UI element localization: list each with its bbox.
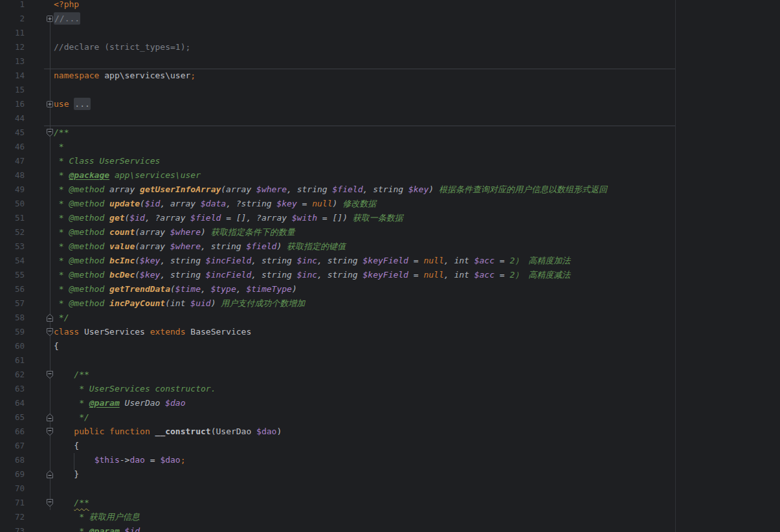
line-number: 56 (0, 282, 25, 296)
code-text: * @method bcDec($key, string $incField, … (54, 268, 570, 282)
code-line[interactable]: 73 * @param $id (0, 524, 780, 532)
fold-collapse-start-icon[interactable] (46, 327, 54, 337)
line-number: 66 (0, 425, 25, 439)
code-line[interactable]: 66 public function __construct(UserDao $… (0, 425, 780, 439)
code-line[interactable]: 12//declare (strict_types=1); (0, 40, 780, 54)
code-text: public function __construct(UserDao $dao… (54, 425, 282, 439)
line-number: 53 (0, 239, 25, 254)
line-number: 69 (0, 467, 25, 482)
code-line[interactable]: 47 * Class UserServices (0, 154, 780, 168)
line-number: 50 (0, 197, 25, 211)
code-line[interactable]: 16use ... (0, 97, 780, 111)
code-line[interactable]: 50 * @method update($id, array $data, ?s… (0, 197, 780, 211)
code-text: * @method count(array $where) 获取指定条件下的数量 (54, 225, 295, 239)
fold-collapse-end-icon[interactable] (46, 470, 54, 479)
code-line[interactable]: 13 (0, 54, 780, 69)
fold-expand-icon[interactable] (46, 14, 54, 23)
code-text: * @param $id (54, 524, 140, 532)
code-line[interactable]: 58 */ (0, 311, 780, 325)
line-number: 62 (0, 368, 25, 382)
code-line[interactable]: 53 * @method value(array $where, string … (0, 239, 780, 254)
code-text: { (54, 439, 79, 453)
code-line[interactable]: 60{ (0, 339, 780, 353)
code-line[interactable]: 52 * @method count(array $where) 获取指定条件下… (0, 225, 780, 239)
fold-collapse-start-icon[interactable] (46, 370, 54, 379)
code-text: namespace app\services\user; (54, 69, 195, 83)
code-text: $this->dao = $dao; (54, 453, 186, 467)
fold-collapse-start-icon[interactable] (46, 427, 54, 436)
line-number: 52 (0, 225, 25, 239)
line-number: 1 (0, 0, 25, 12)
code-text: * @method array getUserInfoArray(array $… (54, 183, 607, 197)
code-text: * @method bcInc($key, string $incField, … (54, 254, 570, 268)
code-line[interactable]: 57 * @method incPayCount(int $uid) 用户支付成… (0, 296, 780, 311)
code-line[interactable]: 61 (0, 353, 780, 368)
code-text: use ... (54, 97, 91, 111)
code-editor: 1<?php2//...1112//declare (strict_types=… (0, 0, 780, 532)
line-number: 71 (0, 496, 25, 510)
code-text: //... (54, 12, 80, 26)
code-line[interactable]: 44 (0, 111, 780, 126)
code-lines-container: 1<?php2//...1112//declare (strict_types=… (0, 0, 780, 532)
code-text: * UserServices constructor. (54, 382, 216, 396)
code-line[interactable]: 64 * @param UserDao $dao (0, 396, 780, 410)
code-text: * @method incPayCount(int $uid) 用户支付成功个数… (54, 296, 305, 311)
code-text: } (54, 467, 79, 482)
fold-collapse-start-icon[interactable] (46, 498, 54, 507)
code-text: * @method value(array $where, string $fi… (54, 239, 346, 254)
code-line[interactable]: 11 (0, 26, 780, 40)
code-line[interactable]: 70 (0, 482, 780, 496)
fold-collapse-end-icon[interactable] (46, 313, 54, 322)
code-line[interactable]: 14namespace app\services\user; (0, 69, 780, 83)
line-number: 14 (0, 69, 25, 83)
line-number: 51 (0, 211, 25, 225)
code-line[interactable]: 71 /** (0, 496, 780, 510)
line-number: 46 (0, 140, 25, 154)
code-line[interactable]: 56 * @method getTrendData($time, $type, … (0, 282, 780, 296)
code-line[interactable]: 46 * (0, 140, 780, 154)
line-number: 63 (0, 382, 25, 396)
code-line[interactable]: 72 * 获取用户信息 (0, 510, 780, 524)
code-line[interactable]: 69 } (0, 467, 780, 482)
line-number: 13 (0, 54, 25, 69)
line-number: 2 (0, 12, 25, 26)
code-line[interactable]: 2//... (0, 12, 780, 26)
code-line[interactable]: 63 * UserServices constructor. (0, 382, 780, 396)
code-line[interactable]: 65 */ (0, 410, 780, 425)
code-line[interactable]: 68 $this->dao = $dao; (0, 453, 780, 467)
code-line[interactable]: 62 /** (0, 368, 780, 382)
code-line[interactable]: 59class UserServices extends BaseService… (0, 325, 780, 339)
fold-expand-icon[interactable] (46, 100, 54, 109)
code-text: { (54, 339, 59, 353)
code-text: //declare (strict_types=1); (54, 40, 190, 54)
code-line[interactable]: 51 * @method get($id, ?array $field = []… (0, 211, 780, 225)
line-number: 11 (0, 26, 25, 40)
line-number: 45 (0, 126, 25, 140)
code-text: * @param UserDao $dao (54, 396, 186, 410)
code-text: * (54, 140, 64, 154)
code-line[interactable]: 49 * @method array getUserInfoArray(arra… (0, 183, 780, 197)
line-number: 12 (0, 40, 25, 54)
code-text: <?php (54, 0, 79, 12)
code-text: * 获取用户信息 (54, 510, 140, 524)
line-number: 60 (0, 339, 25, 353)
code-line[interactable]: 54 * @method bcInc($key, string $incFiel… (0, 254, 780, 268)
code-text: * @method update($id, array $data, ?stri… (54, 197, 376, 211)
line-number: 47 (0, 154, 25, 168)
code-line[interactable]: 55 * @method bcDec($key, string $incFiel… (0, 268, 780, 282)
line-number: 16 (0, 97, 25, 111)
fold-collapse-start-icon[interactable] (46, 128, 54, 137)
code-line[interactable]: 67 { (0, 439, 780, 453)
code-line[interactable]: 15 (0, 83, 780, 97)
code-text: * @method get($id, ?array $field = [], ?… (54, 211, 403, 225)
line-number: 59 (0, 325, 25, 339)
code-text: * Class UserServices (54, 154, 160, 168)
code-line[interactable]: 45/** (0, 126, 780, 140)
line-number: 54 (0, 254, 25, 268)
line-number: 68 (0, 453, 25, 467)
code-text: * @method getTrendData($time, $type, $ti… (54, 282, 297, 296)
fold-collapse-end-icon[interactable] (46, 413, 54, 422)
code-line[interactable]: 1<?php (0, 0, 780, 12)
line-number: 64 (0, 396, 25, 410)
code-line[interactable]: 48 * @package app\services\user (0, 168, 780, 183)
